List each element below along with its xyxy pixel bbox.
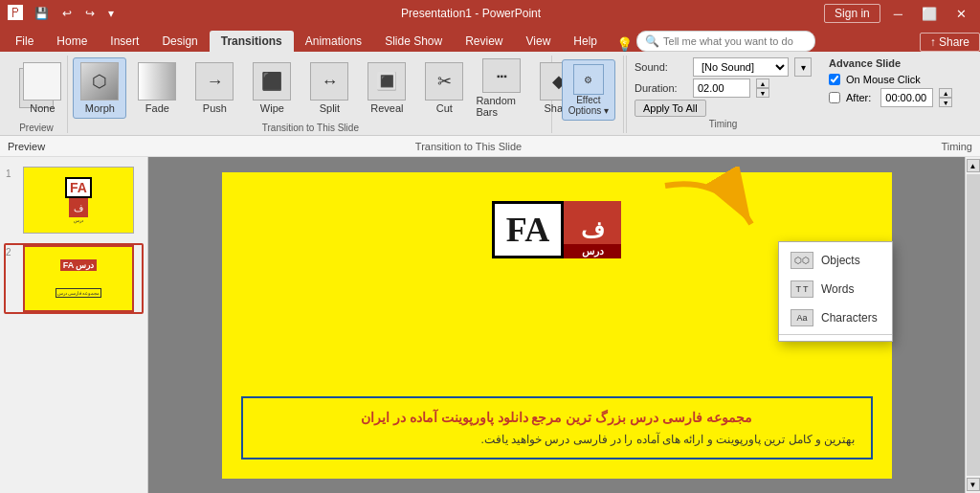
after-up-btn[interactable]: ▲ bbox=[939, 88, 952, 98]
slide-title: مجموعه فارسی درس بزرگ ترین مرجع دانلود پ… bbox=[258, 410, 856, 425]
tab-transitions[interactable]: Transitions bbox=[210, 31, 294, 52]
dropdown-words[interactable]: T T Words bbox=[779, 275, 892, 303]
ribbon-group-transitions: None ⬡ Morph Fade → Push ⬛ Wipe ↔ Split bbox=[70, 56, 552, 133]
dropdown-separator bbox=[779, 334, 892, 335]
window-title: Presentation1 - PowerPoint bbox=[118, 7, 824, 20]
thumb-red-icon: ف bbox=[69, 198, 88, 217]
tab-home[interactable]: Home bbox=[45, 31, 99, 52]
transition-wipe[interactable]: ⬛ Wipe bbox=[245, 57, 299, 119]
wipe-label: Wipe bbox=[260, 102, 284, 114]
restore-button[interactable]: ⬜ bbox=[916, 5, 943, 23]
duration-spinner: ▲ ▼ bbox=[756, 78, 769, 98]
sound-select[interactable]: [No Sound] bbox=[693, 57, 789, 77]
transition-split[interactable]: ↔ Split bbox=[302, 57, 356, 119]
tab-animations[interactable]: Animations bbox=[294, 31, 373, 52]
signin-button[interactable]: Sign in bbox=[824, 4, 880, 23]
tab-design[interactable]: Design bbox=[150, 31, 209, 52]
none-label: None bbox=[30, 102, 55, 114]
quick-access-toolbar: 💾 ↩ ↪ ▾ bbox=[31, 5, 118, 22]
scroll-track[interactable] bbox=[967, 174, 980, 476]
random-bars-icon: ▪▪▪ bbox=[482, 58, 521, 93]
transition-push[interactable]: → Push bbox=[188, 57, 241, 119]
transition-subheader-label: Transition to This Slide bbox=[156, 141, 781, 152]
characters-icon: Aa bbox=[791, 309, 813, 326]
close-button[interactable]: ✕ bbox=[950, 5, 972, 23]
duration-down-btn[interactable]: ▼ bbox=[756, 88, 769, 98]
after-label: After: bbox=[846, 92, 871, 103]
timing-label: Timing bbox=[635, 119, 812, 129]
share-button[interactable]: ↑ Share bbox=[920, 33, 980, 52]
reveal-label: Reveal bbox=[370, 102, 403, 114]
words-icon: T T bbox=[791, 280, 813, 298]
thumb-arabic-text: درس bbox=[74, 217, 83, 223]
dropdown-characters[interactable]: Aa Characters bbox=[779, 303, 892, 332]
tab-view[interactable]: View bbox=[515, 31, 563, 52]
slide-thumb-2[interactable]: 2 FA درس مجموعه فارسی درس bbox=[4, 243, 144, 314]
save-button[interactable]: 💾 bbox=[31, 5, 53, 22]
transition-random-bars[interactable]: ▪▪▪ Random Bars bbox=[475, 57, 528, 119]
tell-me-area[interactable]: 🔍 bbox=[636, 31, 815, 52]
after-input[interactable] bbox=[880, 88, 933, 107]
scroll-up-btn[interactable]: ▲ bbox=[967, 159, 980, 172]
slide-2-content: FA درس مجموعه فارسی درس bbox=[25, 247, 132, 310]
undo-button[interactable]: ↩ bbox=[58, 5, 76, 22]
none-icon bbox=[23, 62, 61, 101]
redo-button[interactable]: ↪ bbox=[81, 5, 99, 22]
thumb2-logo: FA درس bbox=[60, 259, 98, 271]
title-bar-left: 🅿 💾 ↩ ↪ ▾ bbox=[8, 5, 118, 22]
after-checkbox[interactable] bbox=[829, 92, 840, 103]
title-bar-right: Sign in ─ ⬜ ✕ bbox=[824, 4, 972, 23]
transition-group-label: Transition to This Slide bbox=[262, 121, 359, 133]
on-mouse-click-checkbox[interactable] bbox=[829, 74, 840, 85]
duration-label: Duration: bbox=[635, 82, 687, 94]
slide-thumb-1[interactable]: 1 FA ف درس bbox=[4, 165, 144, 235]
sound-row: Sound: [No Sound] ▾ bbox=[635, 57, 812, 77]
advance-label: Advance Slide bbox=[829, 57, 967, 69]
apply-all-row: Apply To All bbox=[635, 100, 812, 117]
reveal-icon: 🔳 bbox=[368, 62, 406, 101]
transition-buttons: None ⬡ Morph Fade → Push ⬛ Wipe ↔ Split bbox=[15, 56, 605, 121]
search-icon: 🔍 bbox=[645, 34, 659, 48]
tab-help[interactable]: Help bbox=[562, 31, 609, 52]
customize-qa-button[interactable]: ▾ bbox=[104, 5, 118, 22]
fa-text-box: FA bbox=[492, 201, 564, 258]
transition-cut[interactable]: ✂ Cut bbox=[417, 57, 471, 119]
tab-slideshow[interactable]: Slide Show bbox=[373, 31, 454, 52]
after-down-btn[interactable]: ▼ bbox=[939, 98, 952, 107]
cut-icon: ✂ bbox=[425, 62, 463, 101]
fa-text: FA bbox=[506, 211, 549, 249]
words-label: Words bbox=[821, 282, 854, 296]
fade-label: Fade bbox=[145, 102, 169, 114]
subheader: Preview Transition to This Slide Timing bbox=[0, 136, 980, 157]
slide-text-area: مجموعه فارسی درس بزرگ ترین مرجع دانلود پ… bbox=[241, 396, 873, 459]
share-area: ↑ Share bbox=[920, 33, 980, 52]
transition-morph[interactable]: ⬡ Morph bbox=[73, 57, 126, 119]
transition-reveal[interactable]: 🔳 Reveal bbox=[360, 57, 413, 119]
fa-arabic-icon: ف bbox=[581, 216, 605, 243]
transition-none[interactable]: None bbox=[15, 57, 69, 119]
dropdown-objects[interactable]: ⬡⬡ Objects bbox=[779, 246, 892, 275]
tell-me-input[interactable] bbox=[663, 35, 807, 47]
minimize-button[interactable]: ─ bbox=[888, 5, 908, 23]
duration-input[interactable] bbox=[693, 78, 750, 98]
effect-options-button[interactable]: ⚙ EffectOptions ▾ bbox=[562, 59, 615, 121]
tab-file[interactable]: File bbox=[4, 31, 45, 52]
right-scrollbar: ▲ ▼ bbox=[965, 157, 980, 493]
timing-subheader-label: Timing bbox=[781, 141, 972, 152]
transition-fade[interactable]: Fade bbox=[130, 57, 184, 119]
main-area: 1 FA ف درس 2 FA درس مجموعه فارسی درس bbox=[0, 157, 980, 493]
scroll-down-btn[interactable]: ▼ bbox=[967, 478, 980, 491]
slide-thumbnail-2: FA درس مجموعه فارسی درس bbox=[23, 245, 134, 312]
slide-num-2: 2 bbox=[6, 247, 19, 258]
duration-up-btn[interactable]: ▲ bbox=[756, 78, 769, 88]
split-icon: ↔ bbox=[310, 62, 348, 101]
fa-red-logo: ف درس bbox=[564, 201, 621, 258]
tab-insert[interactable]: Insert bbox=[99, 31, 150, 52]
fa-logo-container: FA ف درس bbox=[492, 201, 621, 258]
tab-review[interactable]: Review bbox=[454, 31, 514, 52]
slide-num-1: 1 bbox=[6, 168, 19, 179]
after-row: After: ▲ ▼ bbox=[829, 88, 967, 107]
apply-all-button[interactable]: Apply To All bbox=[635, 100, 706, 117]
sound-dropdown-btn[interactable]: ▾ bbox=[794, 57, 812, 77]
wipe-icon: ⬛ bbox=[253, 62, 291, 101]
